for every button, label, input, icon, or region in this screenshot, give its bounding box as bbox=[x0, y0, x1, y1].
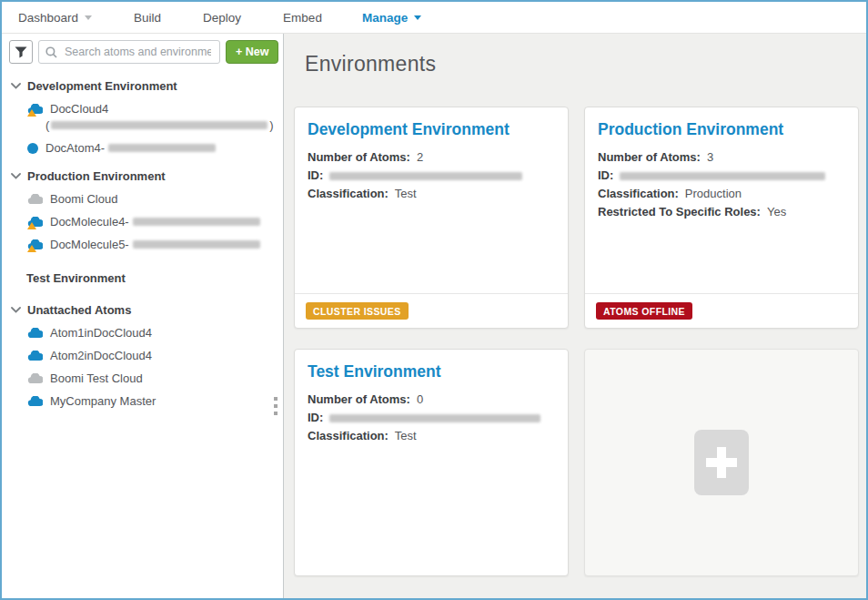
environment-cards: Development Environment Number of Atoms:… bbox=[294, 107, 857, 576]
cloud-gray-icon bbox=[27, 193, 43, 205]
tree-item-mycompany-master[interactable]: MyCompany Master bbox=[2, 394, 283, 408]
tree-item-label: Atom1inDocCloud4 bbox=[50, 326, 152, 340]
tree-item-docmolecule5[interactable]: DocMolecule5- bbox=[2, 238, 283, 251]
nav-item-label: Deploy bbox=[203, 11, 241, 25]
page-title: Environments bbox=[305, 52, 857, 76]
sidebar-search-row: + New bbox=[2, 34, 283, 69]
chevron-down-icon bbox=[414, 15, 421, 20]
nav-item-dashboard[interactable]: Dashboard bbox=[18, 11, 92, 25]
tree-item-atom1indoccloud4[interactable]: Atom1inDocCloud4 bbox=[2, 326, 283, 340]
tree-group-test-environment: Test Environment bbox=[2, 271, 283, 285]
redacted-id bbox=[108, 144, 216, 152]
chevron-down-icon bbox=[11, 307, 21, 313]
card-test-environment: Test Environment Number of Atoms: 0 ID: … bbox=[294, 349, 569, 576]
cloud-blue-icon bbox=[27, 327, 43, 339]
tree-item-boomi-test-cloud[interactable]: Boomi Test Cloud bbox=[2, 371, 283, 385]
tree-group-header[interactable]: Production Environment bbox=[2, 169, 283, 183]
new-button[interactable]: + New bbox=[226, 40, 278, 64]
app-window: Dashboard Build Deploy Embed Manage bbox=[0, 0, 868, 600]
field-id: ID: bbox=[308, 169, 555, 182]
tree-group-label: Unattached Atoms bbox=[27, 303, 131, 317]
tree-item-docatom4[interactable]: DocAtom4- bbox=[2, 141, 283, 155]
tree-item-label: DocCloud4 bbox=[50, 102, 108, 116]
environment-tree: Development Environment DocCloud4 ( ) bbox=[2, 69, 283, 598]
tree-group-label: Development Environment bbox=[27, 79, 177, 93]
tree-item-docmolecule4[interactable]: DocMolecule4- bbox=[2, 215, 283, 229]
nav-item-label: Embed bbox=[283, 11, 322, 25]
field-number-of-atoms: Number of Atoms: 0 bbox=[308, 393, 555, 406]
tree-group-label: Test Environment bbox=[26, 271, 126, 285]
redacted-id bbox=[329, 172, 522, 180]
nav-item-manage[interactable]: Manage bbox=[362, 11, 421, 25]
paren-open: ( bbox=[45, 118, 49, 132]
field-classification: Classification: Test bbox=[308, 188, 555, 200]
cloud-gray-icon bbox=[27, 372, 43, 384]
card-development-environment: Development Environment Number of Atoms:… bbox=[294, 107, 569, 329]
tree-group-header[interactable]: Unattached Atoms bbox=[2, 303, 283, 317]
add-environment-button[interactable] bbox=[694, 430, 749, 495]
chevron-down-icon bbox=[11, 173, 21, 179]
chevron-down-icon bbox=[11, 83, 21, 89]
main-panel: Environments Development Environment Num… bbox=[284, 34, 866, 598]
redacted-id bbox=[329, 414, 540, 422]
redacted-id bbox=[620, 172, 825, 180]
field-number-of-atoms: Number of Atoms: 2 bbox=[308, 151, 555, 164]
atom-status-icon bbox=[27, 143, 38, 154]
tree-item-label: MyCompany Master bbox=[50, 394, 156, 408]
tree-item-label: DocMolecule4- bbox=[50, 215, 129, 229]
filter-button[interactable] bbox=[9, 40, 33, 64]
paren-close: ) bbox=[269, 118, 273, 132]
nav-item-embed[interactable]: Embed bbox=[283, 11, 322, 25]
nav-item-deploy[interactable]: Deploy bbox=[203, 11, 241, 25]
chevron-down-icon bbox=[85, 15, 92, 20]
nav-item-label: Dashboard bbox=[18, 11, 78, 25]
field-id: ID: bbox=[598, 169, 845, 182]
nav-item-label: Manage bbox=[362, 11, 408, 25]
tree-item-boomi-cloud[interactable]: Boomi Cloud bbox=[2, 192, 283, 206]
tree-item-label: Atom2inDocCloud4 bbox=[50, 349, 152, 362]
status-badge-cluster-issues: CLUSTER ISSUES bbox=[306, 302, 409, 320]
cloud-blue-icon bbox=[27, 350, 43, 361]
funnel-icon bbox=[15, 46, 27, 58]
card-title-link[interactable]: Development Environment bbox=[308, 120, 555, 139]
redacted-id bbox=[133, 240, 260, 249]
tree-group-unattached-atoms: Unattached Atoms Atom1inDocCloud4 Atom2i… bbox=[2, 303, 283, 408]
top-nav: Dashboard Build Deploy Embed Manage bbox=[2, 2, 866, 34]
field-number-of-atoms: Number of Atoms: 3 bbox=[598, 151, 845, 164]
field-classification: Classification: Production bbox=[598, 188, 845, 200]
cloud-warning-icon bbox=[27, 103, 43, 115]
field-id: ID: bbox=[308, 412, 555, 424]
card-footer: ATOMS OFFLINE bbox=[585, 293, 858, 328]
nav-item-label: Build bbox=[134, 11, 161, 25]
tree-item-doccloud4[interactable]: DocCloud4 bbox=[2, 102, 283, 116]
status-badge-atoms-offline: ATOMS OFFLINE bbox=[596, 302, 692, 320]
warning-triangle-icon bbox=[27, 245, 36, 252]
tree-item-atom2indoccloud4[interactable]: Atom2inDocCloud4 bbox=[2, 349, 283, 362]
redacted-id bbox=[133, 218, 260, 226]
tree-item-label: DocAtom4- bbox=[45, 141, 105, 155]
tree-item-label: DocMolecule5- bbox=[50, 238, 129, 251]
tree-item-label: Boomi Test Cloud bbox=[50, 371, 143, 385]
nav-item-build[interactable]: Build bbox=[134, 11, 161, 25]
sidebar: + New Development Environment bbox=[2, 34, 284, 598]
warning-triangle-icon bbox=[27, 109, 36, 117]
warning-triangle-icon bbox=[27, 222, 36, 229]
tree-group-header[interactable]: Development Environment bbox=[2, 79, 283, 93]
search-input[interactable] bbox=[63, 45, 213, 59]
search-box bbox=[38, 40, 220, 64]
tree-group-header[interactable]: Test Environment bbox=[2, 271, 283, 285]
card-production-environment: Production Environment Number of Atoms: … bbox=[584, 107, 859, 329]
redacted-id bbox=[51, 121, 267, 129]
tree-item-doccloud4-id: ( ) bbox=[2, 118, 283, 132]
card-title-link[interactable]: Test Environment bbox=[308, 362, 555, 381]
cloud-blue-icon bbox=[27, 395, 43, 407]
tree-group-development-environment: Development Environment DocCloud4 ( ) bbox=[2, 79, 283, 155]
field-classification: Classification: Test bbox=[308, 430, 555, 442]
cloud-warning-icon bbox=[27, 216, 43, 228]
cloud-warning-icon bbox=[27, 239, 43, 250]
tree-group-production-environment: Production Environment Boomi Cloud bbox=[2, 169, 283, 251]
card-add-environment bbox=[584, 349, 859, 576]
sidebar-resize-handle[interactable] bbox=[274, 397, 278, 415]
card-footer: CLUSTER ISSUES bbox=[295, 293, 568, 328]
card-title-link[interactable]: Production Environment bbox=[598, 120, 845, 139]
